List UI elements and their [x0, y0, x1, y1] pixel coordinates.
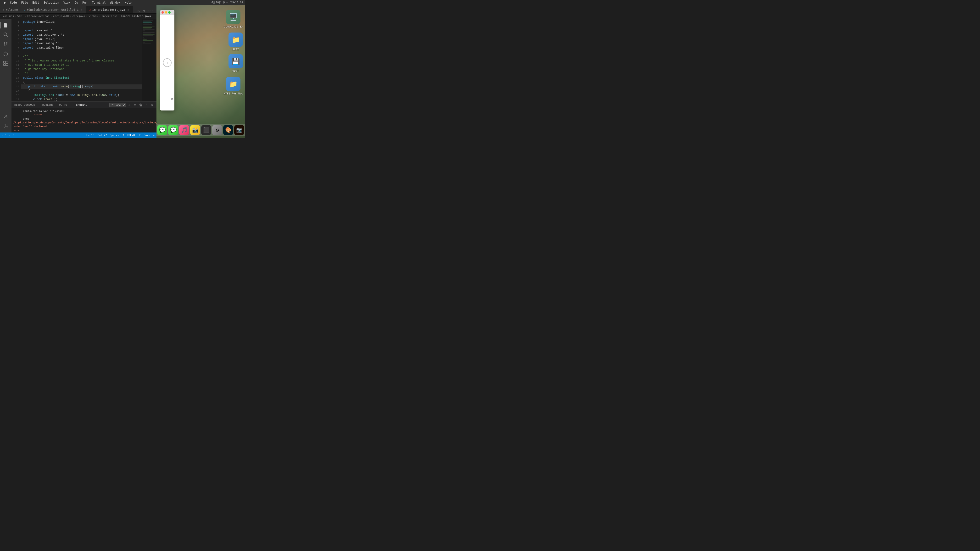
ccmacos-icon: 🖥️ [226, 10, 240, 24]
dock-terminal[interactable]: ⬛ [201, 125, 211, 135]
code-content[interactable]: package innerClass; import java.awt.*; i… [21, 19, 142, 102]
account-activity-icon[interactable] [2, 113, 10, 121]
menubar-left: ● Code File Edit Selection View Go Run T… [2, 0, 134, 5]
breadcrumb-corejava[interactable]: corejava [72, 14, 85, 18]
terminal-line-3: endl [13, 117, 154, 121]
extensions-activity-icon[interactable] [2, 59, 10, 68]
more-button[interactable]: ··· [147, 9, 154, 13]
ln9: 9 [11, 54, 19, 59]
tab-untitled-label: #include<iostream>· Untitled-1 [27, 8, 79, 11]
floating-content: + [160, 15, 174, 111]
dock-messages[interactable]: 💬 [157, 125, 167, 135]
code-line-8 [21, 50, 142, 54]
breadcrumb-volumes[interactable]: Volumes [3, 14, 14, 18]
line-numbers: 1 2 3 4 5 6 7 8 9 10 11 12 13 14 [11, 19, 21, 102]
status-line-ending[interactable]: LF [138, 134, 141, 137]
tab-terminal[interactable]: TERMINAL [72, 102, 90, 108]
menubar-code[interactable]: Code [8, 0, 19, 5]
tab-innerclasstest-label: InnerClassTest.java [92, 8, 125, 11]
breadcrumb-wd3t[interactable]: WD3T [18, 14, 24, 18]
explorer-icon[interactable] [2, 21, 10, 29]
breadcrumb-v1ch06[interactable]: v1ch06 [89, 14, 98, 18]
code-line-10: * This program demonstrates the use of i… [21, 59, 142, 63]
ntfs-label: NTFS For Mac [224, 92, 243, 95]
status-language[interactable]: Java [144, 134, 150, 137]
delete-terminal-button[interactable]: 🗑 [138, 103, 143, 107]
terminal-tabs: DEBUG CONSOLE PROBLEMS OUTPUT TERMINAL 2… [11, 102, 156, 108]
tab-debug-console[interactable]: DEBUG CONSOLE [11, 102, 38, 108]
breadcrumb-chromedownload[interactable]: ChromeDownload [27, 14, 49, 18]
breadcrumb-corejava10[interactable]: corejava10 [53, 14, 68, 18]
code-line-15: { [21, 80, 142, 84]
desktop-icon-wd3t[interactable]: 💾 WD3T [228, 53, 244, 73]
close-terminal-button[interactable]: × [150, 103, 154, 107]
window-close-button[interactable] [162, 11, 164, 14]
status-warnings[interactable]: ○ 0 [10, 134, 14, 137]
tab-innerclasstest[interactable]: J InnerClassTest.java × [86, 6, 133, 13]
menubar-window[interactable]: Window [108, 0, 122, 5]
status-ln-col[interactable]: Ln 16, Col 27 [86, 134, 107, 137]
run-button[interactable]: ▷ [137, 9, 141, 13]
window-maximize-button[interactable] [168, 11, 170, 14]
ln18: 18 [11, 93, 19, 97]
dock-ps[interactable]: 🎨 [223, 125, 233, 135]
desktop-icon-acpi[interactable]: 📁 ACPI [228, 32, 244, 52]
menubar-time: 6月28日 周一 下午10:02 [212, 1, 243, 4]
tab-untitled[interactable]: C #include<iostream>· Untitled-1 × [21, 6, 87, 13]
menubar-edit[interactable]: Edit [30, 0, 41, 5]
menubar-terminal[interactable]: Terminal [90, 0, 108, 5]
menubar-file[interactable]: File [19, 0, 30, 5]
window-minimize-button[interactable] [165, 11, 167, 14]
code-editor[interactable]: 1 2 3 4 5 6 7 8 9 10 11 12 13 14 [11, 19, 156, 102]
menubar-view[interactable]: View [62, 0, 72, 5]
activity-bottom [2, 113, 10, 132]
tab-innerclasstest-close[interactable]: × [127, 8, 130, 11]
split-terminal-button[interactable]: ⊟ [132, 103, 137, 107]
menubar-go[interactable]: Go [73, 0, 80, 5]
debug-activity-icon[interactable] [2, 49, 10, 58]
menubar-selection[interactable]: Selection [41, 0, 61, 5]
status-java-icon[interactable]: ☕ [153, 134, 154, 137]
settings-activity-icon[interactable] [2, 122, 10, 130]
statusbar: ⚠ 1 ○ 0 Ln 16, Col 27 Spaces: 3 UTF-8 LF… [0, 132, 156, 138]
dock-wechat[interactable]: 💬 [168, 125, 178, 135]
dock-photos[interactable]: 📸 [190, 125, 200, 135]
search-activity-icon[interactable] [2, 30, 10, 39]
ccmacos-label: CcMacOS10.13 [224, 25, 243, 28]
code-line-19: clock.start(); [21, 97, 142, 102]
split-button[interactable]: ⊟ [142, 9, 145, 13]
dock-lr[interactable]: 📷 [234, 125, 244, 135]
desktop-panel: + 追問 🖥️ CcMacOS10.13 📁 ACPI 💾 [156, 5, 245, 138]
wd3t-icon: 💾 [229, 54, 243, 68]
dock-music[interactable]: 🎵 [179, 125, 189, 135]
code-line-14: public class InnerClassTest [21, 76, 142, 80]
menubar-run[interactable]: Run [80, 0, 89, 5]
statusbar-right: Ln 16, Col 27 Spaces: 3 UTF-8 LF Java ☕ [86, 134, 154, 137]
desktop-icon-ccmacos[interactable]: 🖥️ CcMacOS10.13 [223, 9, 244, 29]
status-errors[interactable]: ⚠ 1 [2, 134, 7, 137]
new-terminal-button[interactable]: + [127, 103, 132, 107]
dock-settings[interactable]: ⚙️ [212, 125, 222, 135]
tab-welcome[interactable]: ⌂ Welcome [0, 6, 21, 13]
git-activity-icon[interactable] [2, 40, 10, 49]
maximize-terminal-button[interactable]: ⌃ [144, 103, 149, 107]
menubar-apple[interactable]: ● [2, 0, 7, 5]
ln16: 16 [11, 84, 19, 89]
terminal-content[interactable]: cout<<"hello world!"<<endl; ~~~~^ endl /… [11, 108, 156, 132]
tab-problems[interactable]: PROBLEMS [38, 102, 56, 108]
menubar-help[interactable]: Help [123, 0, 134, 5]
tab-untitled-close[interactable]: × [80, 8, 83, 11]
svg-point-10 [5, 126, 6, 127]
status-spaces[interactable]: Spaces: 3 [110, 134, 124, 137]
sep2: › [25, 14, 26, 18]
status-encoding[interactable]: UTF-8 [127, 134, 135, 137]
desktop-icon-ntfs[interactable]: 📁 NTFS For Mac [223, 76, 244, 96]
breadcrumb-file[interactable]: InnerClassTest.java [121, 14, 151, 18]
breadcrumb-innerclass[interactable]: InnerClass [102, 14, 117, 18]
ln11: 11 [11, 63, 19, 67]
welcome-icon: ⌂ [3, 9, 4, 11]
wd3t-label: WD3T [232, 69, 239, 73]
shell-selector[interactable]: 2: Code [109, 103, 126, 107]
tab-output[interactable]: OUTPUT [56, 102, 72, 108]
code-line-16: public static void main(String[] args) [21, 84, 142, 89]
